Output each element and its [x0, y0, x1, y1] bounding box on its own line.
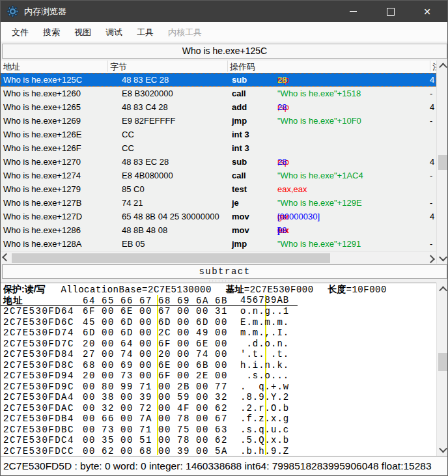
- hex-byte-cell[interactable]: 45: [83, 317, 102, 328]
- hex-byte-cell[interactable]: 00: [158, 435, 177, 446]
- hex-byte-cell[interactable]: 00: [139, 317, 158, 328]
- hex-row[interactable]: 2C7E530FDB40066007A00780067.f.z.x.g: [1, 413, 436, 425]
- hex-byte-cell[interactable]: 6D: [120, 317, 139, 328]
- hex-byte-cell[interactable]: 00: [158, 403, 177, 414]
- hex-byte-cell[interactable]: 00: [102, 339, 120, 350]
- hex-byte-cell[interactable]: 6F: [83, 306, 102, 317]
- hex-byte-cell[interactable]: 73: [102, 425, 120, 436]
- disassembly-row[interactable]: Who is he.exe+1269E9 82FEFFFFjmp"Who is …: [1, 114, 436, 128]
- hex-byte-cell[interactable]: 68: [139, 446, 158, 457]
- hex-byte-cell[interactable]: 00: [102, 360, 120, 371]
- hex-byte-cell[interactable]: 20: [83, 339, 102, 350]
- hex-byte-cell[interactable]: 32: [215, 392, 234, 403]
- hex-byte-cell[interactable]: 00: [102, 328, 120, 339]
- hex-byte-cell[interactable]: 00: [83, 403, 102, 414]
- hex-row[interactable]: 2C7E530FD842700740020007400'.t. .t.: [1, 349, 436, 360]
- hex-byte-cell[interactable]: 00: [196, 306, 215, 317]
- hex-byte-cell[interactable]: 00: [83, 435, 102, 446]
- hex-byte-cell[interactable]: 00: [120, 435, 139, 446]
- hex-byte-cell[interactable]: 74: [196, 349, 215, 360]
- hex-byte-cell[interactable]: 51: [139, 435, 158, 446]
- hexview-vertical-scrollbar[interactable]: [436, 283, 448, 456]
- hex-byte-cell[interactable]: 00: [139, 328, 158, 339]
- disassembly-row[interactable]: Who is he.exe+127985 C0testeax,eax: [1, 182, 436, 196]
- hex-byte-cell[interactable]: 6F: [158, 371, 177, 382]
- hex-byte-cell[interactable]: 99: [120, 382, 139, 393]
- hex-byte-cell[interactable]: 00: [102, 349, 120, 360]
- hex-row[interactable]: 2C7E530FD7C200064006F006E00 .d.o.n.: [1, 339, 436, 350]
- hex-byte-cell[interactable]: 00: [83, 446, 102, 457]
- hex-byte-cell[interactable]: 75: [177, 425, 196, 436]
- disassembly-row[interactable]: Who is he.exe+128648 8B 48 08movrcx,[rax…: [1, 223, 436, 237]
- hex-byte-cell[interactable]: 6D: [158, 317, 177, 328]
- hex-byte-cell[interactable]: 68: [83, 360, 102, 371]
- hex-byte-cell[interactable]: 20: [83, 371, 102, 382]
- hex-byte-cell[interactable]: 32: [102, 403, 120, 414]
- hex-byte-cell[interactable]: 00: [83, 425, 102, 436]
- hex-byte-cell[interactable]: 69: [120, 360, 139, 371]
- hex-byte-cell[interactable]: 00: [83, 382, 102, 393]
- hex-byte-cell[interactable]: 7A: [139, 413, 158, 425]
- hex-byte-cell[interactable]: 00: [215, 349, 234, 360]
- menu-item[interactable]: 文件: [5, 22, 36, 42]
- hex-byte-cell[interactable]: 00: [158, 425, 177, 436]
- hex-byte-cell[interactable]: 00: [215, 328, 234, 339]
- hex-byte-cell[interactable]: 00: [196, 392, 215, 403]
- hex-byte-cell[interactable]: 62: [102, 446, 120, 457]
- hex-byte-cell[interactable]: 00: [177, 306, 196, 317]
- hex-row[interactable]: 2C7E530FDA40038003900590032.8.9.Y.2: [1, 392, 436, 403]
- hex-byte-cell[interactable]: 00: [177, 360, 196, 371]
- hex-byte-cell[interactable]: 00: [215, 317, 234, 328]
- disassembly-row[interactable]: Who is he.exe+126FCCint 3: [1, 141, 436, 155]
- minimize-button[interactable]: [337, 1, 369, 22]
- hex-byte-cell[interactable]: 78: [177, 413, 196, 425]
- hex-byte-cell[interactable]: 35: [102, 435, 120, 446]
- hex-byte-cell[interactable]: 80: [102, 382, 120, 393]
- disassembly-row[interactable]: Who is he.exe+128AEB 05jmp"Who is he.exe…: [1, 237, 436, 251]
- scroll-down-button[interactable]: [437, 444, 448, 455]
- hex-byte-cell[interactable]: 77: [215, 382, 234, 393]
- hex-byte-cell[interactable]: 00: [158, 413, 177, 425]
- hex-byte-cell[interactable]: 5A: [215, 446, 234, 457]
- hex-byte-cell[interactable]: 63: [215, 425, 234, 436]
- hex-byte-cell[interactable]: 6B: [196, 360, 215, 371]
- scrollbar-thumb[interactable]: [438, 353, 448, 371]
- hex-byte-cell[interactable]: 00: [83, 413, 102, 425]
- hex-byte-cell[interactable]: 00: [139, 371, 158, 382]
- scroll-left-button[interactable]: [1, 252, 12, 264]
- hex-byte-cell[interactable]: 31: [215, 306, 234, 317]
- hex-row[interactable]: 2C7E530FDBC0073007100750063.s.q.u.c: [1, 425, 436, 436]
- hex-byte-cell[interactable]: 4F: [177, 403, 196, 414]
- disassembly-row[interactable]: Who is he.exe+127D65 48 8B 04 25 3000000…: [1, 210, 436, 223]
- menu-item[interactable]: 工具: [130, 22, 161, 42]
- disassembly-row[interactable]: Who is he.exe+127048 83 EC 28subrsp,284: [1, 155, 436, 169]
- hex-byte-cell[interactable]: 67: [215, 413, 234, 425]
- hex-row[interactable]: 2C7E530FDCC006200680039005A.b.h.9.Z: [1, 446, 436, 457]
- hex-byte-cell[interactable]: 39: [177, 446, 196, 457]
- hex-row[interactable]: 2C7E530FDC40035005100780062.5.Q.x.b: [1, 435, 436, 446]
- hex-row[interactable]: 2C7E530FD94200073006F002E00 .s.o...: [1, 371, 436, 382]
- hex-byte-cell[interactable]: 00: [139, 349, 158, 360]
- hex-byte-cell[interactable]: 00: [83, 392, 102, 403]
- hex-byte-cell[interactable]: 62: [215, 403, 234, 414]
- hex-byte-cell[interactable]: 59: [177, 392, 196, 403]
- hex-byte-cell[interactable]: 00: [120, 403, 139, 414]
- hex-byte-cell[interactable]: 6D: [196, 317, 215, 328]
- hex-byte-cell[interactable]: 00: [158, 382, 177, 393]
- hex-byte-cell[interactable]: 00: [120, 446, 139, 457]
- hex-byte-cell[interactable]: 00: [215, 371, 234, 382]
- hex-byte-cell[interactable]: 00: [139, 339, 158, 350]
- hex-byte-cell[interactable]: 78: [177, 435, 196, 446]
- hex-byte-cell[interactable]: 00: [196, 425, 215, 436]
- hex-byte-cell[interactable]: 6F: [158, 339, 177, 350]
- menu-item[interactable]: 调试: [98, 22, 130, 42]
- hex-byte-cell[interactable]: 00: [196, 413, 215, 425]
- disassembly-row[interactable]: Who is he.exe+125C48 83 EC 28subrsp,284: [1, 73, 436, 87]
- hex-byte-cell[interactable]: 00: [196, 435, 215, 446]
- hex-byte-cell[interactable]: 6D: [120, 328, 139, 339]
- hex-byte-cell[interactable]: 00: [139, 360, 158, 371]
- hex-byte-cell[interactable]: 2E: [196, 371, 215, 382]
- scroll-up-button[interactable]: [437, 61, 448, 72]
- hex-byte-cell[interactable]: 72: [139, 403, 158, 414]
- scroll-up-button[interactable]: [437, 284, 448, 295]
